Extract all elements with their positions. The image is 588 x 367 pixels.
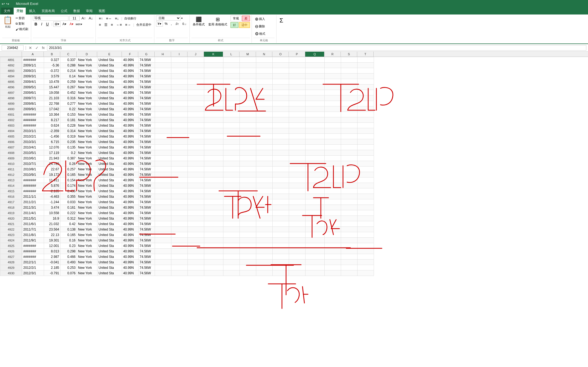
table-cell[interactable] — [223, 177, 240, 183]
table-cell[interactable] — [171, 150, 188, 156]
font-size-increase-btn[interactable]: A↑ — [80, 16, 87, 21]
table-cell[interactable]: 74.56W — [139, 145, 155, 150]
table-cell[interactable]: 0.319 — [60, 134, 77, 139]
table-cell[interactable] — [273, 199, 289, 205]
table-cell[interactable]: 40.99N — [122, 95, 139, 101]
table-cell[interactable]: ####### — [22, 57, 44, 63]
table-cell[interactable]: 0.624 — [44, 123, 60, 128]
increase-indent-btn[interactable]: ≡→ — [124, 22, 132, 28]
table-cell[interactable]: 74.56W — [139, 188, 155, 194]
redo-btn[interactable]: ↪ — [6, 2, 9, 6]
table-cell[interactable] — [256, 79, 273, 85]
table-cell[interactable] — [273, 161, 289, 167]
table-cell[interactable]: New York — [77, 210, 97, 216]
table-cell[interactable] — [240, 139, 256, 145]
table-cell[interactable]: 74.56W — [139, 199, 155, 205]
table-cell[interactable] — [240, 79, 256, 85]
table-cell[interactable] — [289, 74, 305, 79]
table-cell[interactable] — [256, 194, 273, 199]
table-cell[interactable] — [188, 145, 204, 150]
table-row[interactable]: 48922009/1/1-5.360.288New YorkUnited Sta… — [0, 63, 374, 68]
row-number-cell[interactable]: 4926 — [0, 249, 22, 254]
table-cell[interactable]: United Sta — [97, 238, 122, 243]
table-cell[interactable] — [188, 216, 204, 221]
table-cell[interactable] — [358, 123, 374, 128]
row-number-cell[interactable]: 4891 — [0, 57, 22, 63]
table-cell[interactable] — [305, 74, 325, 79]
table-cell[interactable]: 22.67 — [44, 167, 60, 172]
table-cell[interactable] — [289, 150, 305, 156]
table-cell[interactable]: 0.228 — [60, 123, 77, 128]
table-cell[interactable] — [341, 63, 358, 68]
table-cell[interactable]: New York — [77, 90, 97, 95]
table-cell[interactable]: United Sta — [97, 199, 122, 205]
table-cell[interactable]: United Sta — [97, 227, 122, 232]
table-cell[interactable] — [188, 210, 204, 216]
table-cell[interactable]: 74.56W — [139, 95, 155, 101]
table-cell[interactable]: 40.99N — [122, 85, 139, 90]
table-cell[interactable] — [155, 156, 171, 161]
table-cell[interactable] — [188, 265, 204, 270]
wrap-text-btn[interactable]: 自动换行 — [123, 16, 137, 21]
table-cell[interactable] — [223, 79, 240, 85]
table-cell[interactable] — [155, 249, 171, 254]
table-cell[interactable]: United Sta — [97, 216, 122, 221]
table-cell[interactable]: 0.312 — [60, 216, 77, 221]
table-cell[interactable]: 40.99N — [122, 128, 139, 134]
table-cell[interactable]: 74.56W — [139, 79, 155, 85]
table-cell[interactable] — [256, 167, 273, 172]
table-cell[interactable] — [188, 161, 204, 167]
table-cell[interactable]: 74.56W — [139, 177, 155, 183]
table-cell[interactable] — [289, 128, 305, 134]
table-cell[interactable] — [188, 232, 204, 238]
underline-btn[interactable]: U — [44, 21, 50, 27]
table-cell[interactable] — [358, 243, 374, 249]
table-row[interactable]: 49162011/1/1-4.4630.355New YorkUnited St… — [0, 194, 374, 199]
table-cell[interactable] — [289, 134, 305, 139]
table-cell[interactable] — [358, 134, 374, 139]
table-cell[interactable] — [188, 134, 204, 139]
table-cell[interactable] — [305, 68, 325, 74]
table-cell[interactable] — [358, 74, 374, 79]
table-cell[interactable] — [188, 150, 204, 156]
table-cell[interactable]: United Sta — [97, 156, 122, 161]
table-cell[interactable] — [305, 238, 325, 243]
table-cell[interactable]: 17.042 — [44, 106, 60, 112]
table-cell[interactable]: 40.99N — [122, 177, 139, 183]
table-cell[interactable] — [289, 249, 305, 254]
table-cell[interactable] — [188, 123, 204, 128]
col-header-O[interactable]: O — [272, 52, 289, 57]
table-cell[interactable]: 74.56W — [139, 74, 155, 79]
table-cell[interactable]: 40.99N — [122, 123, 139, 128]
table-cell[interactable]: United Sta — [97, 254, 122, 260]
table-row[interactable]: 49112010/8/122.670.257New YorkUnited Sta… — [0, 167, 374, 172]
table-cell[interactable] — [155, 139, 171, 145]
table-cell[interactable]: 74.56W — [139, 90, 155, 95]
table-cell[interactable] — [341, 112, 358, 117]
table-cell[interactable]: -1.244 — [44, 199, 60, 205]
number-format-select[interactable]: 日期 — [156, 16, 181, 21]
table-cell[interactable]: 0.135 — [60, 145, 77, 150]
comma-btn[interactable]: , — [169, 21, 173, 27]
table-cell[interactable] — [188, 68, 204, 74]
table-cell[interactable] — [289, 227, 305, 232]
table-cell[interactable] — [188, 205, 204, 210]
table-cell[interactable] — [171, 243, 188, 249]
table-cell[interactable] — [325, 167, 341, 172]
table-cell[interactable] — [223, 150, 240, 156]
table-cell[interactable] — [171, 95, 188, 101]
table-cell[interactable]: 40.99N — [122, 260, 139, 265]
table-cell[interactable]: New York — [77, 194, 97, 199]
table-cell[interactable] — [155, 117, 171, 123]
table-cell[interactable]: 74.56W — [139, 254, 155, 260]
table-cell[interactable]: United Sta — [97, 128, 122, 134]
table-cell[interactable] — [358, 167, 374, 172]
table-cell[interactable] — [325, 210, 341, 216]
row-number-cell[interactable]: 4912 — [0, 172, 22, 177]
table-cell[interactable]: 2010/5/1 — [22, 150, 44, 156]
table-cell[interactable] — [204, 139, 223, 145]
table-cell[interactable]: United Sta — [97, 210, 122, 216]
table-cell[interactable] — [289, 139, 305, 145]
table-cell[interactable] — [273, 145, 289, 150]
fx-icon[interactable]: fx — [41, 46, 45, 50]
